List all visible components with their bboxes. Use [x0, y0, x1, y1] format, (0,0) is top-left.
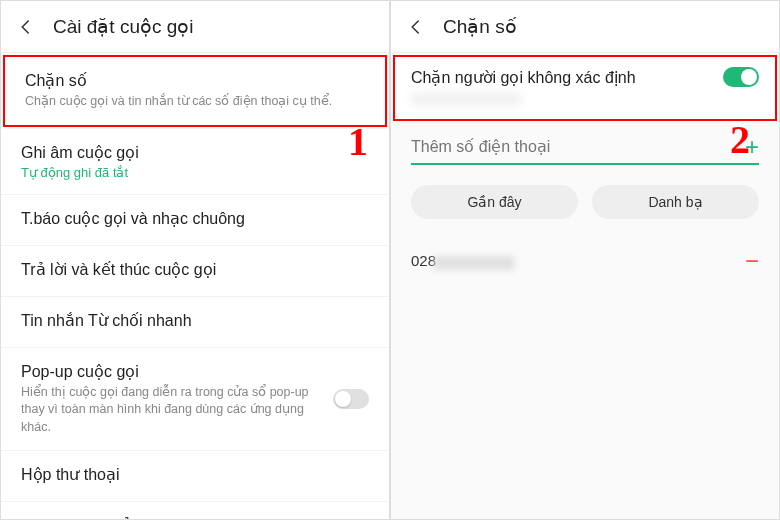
item-title: Hộp thư thoại: [21, 465, 369, 484]
record-calls-item[interactable]: Ghi âm cuộc gọi Tự động ghi đã tắt: [1, 129, 389, 195]
back-icon[interactable]: [407, 18, 425, 36]
blocked-number: 028: [411, 252, 514, 269]
page-title: Chặn số: [443, 15, 517, 38]
item-subtitle: Hiển thị cuộc gọi đang diễn ra trong cửa…: [21, 384, 323, 437]
header-left: Cài đặt cuộc gọi: [1, 1, 389, 53]
add-number-input[interactable]: [411, 138, 735, 156]
item-subtitle: Chặn cuộc gọi và tin nhắn từ các số điện…: [25, 93, 365, 111]
blur-text: [411, 93, 521, 105]
call-settings-screen: Cài đặt cuộc gọi Chặn số Chặn cuộc gọi v…: [0, 0, 390, 520]
item-title: Tin nhắn Từ chối nhanh: [21, 311, 369, 330]
page-title: Cài đặt cuộc gọi: [53, 15, 194, 38]
settings-list: Chặn số Chặn cuộc gọi và tin nhắn từ các…: [1, 53, 389, 519]
recent-button[interactable]: Gần đây: [411, 185, 578, 219]
number-prefix: 028: [411, 252, 436, 269]
step-marker-1: 1: [348, 118, 368, 165]
supplementary-item[interactable]: Các dịch vụ bổ sung: [1, 502, 389, 519]
popup-toggle[interactable]: [333, 389, 369, 409]
toggle-label: Chặn người gọi không xác định: [411, 68, 636, 87]
add-number-row: +: [391, 123, 779, 163]
item-title: Pop-up cuộc gọi: [21, 362, 323, 381]
step-marker-2: 2: [730, 116, 750, 163]
blocked-number-row[interactable]: 028 −: [391, 235, 779, 287]
voicemail-item[interactable]: Hộp thư thoại: [1, 451, 389, 502]
item-title: Trả lời và kết thúc cuộc gọi: [21, 260, 369, 279]
remove-icon[interactable]: −: [745, 247, 759, 275]
number-blurred: [434, 256, 514, 270]
call-alerts-item[interactable]: T.báo cuộc gọi và nhạc chuông: [1, 195, 389, 246]
item-title: T.báo cuộc gọi và nhạc chuông: [21, 209, 369, 228]
popup-call-item[interactable]: Pop-up cuộc gọi Hiển thị cuộc gọi đang d…: [1, 348, 389, 452]
input-underline: [411, 163, 759, 165]
item-subtitle: Tự động ghi đã tắt: [21, 165, 369, 180]
back-icon[interactable]: [17, 18, 35, 36]
quick-reject-item[interactable]: Tin nhắn Từ chối nhanh: [1, 297, 389, 348]
block-unknown-toggle[interactable]: [723, 67, 759, 87]
item-title: Chặn số: [25, 71, 365, 90]
contacts-button[interactable]: Danh bạ: [592, 185, 759, 219]
block-numbers-item[interactable]: Chặn số Chặn cuộc gọi và tin nhắn từ các…: [3, 55, 387, 127]
block-unknown-item[interactable]: Chặn người gọi không xác định: [393, 55, 777, 121]
item-title: Các dịch vụ bổ sung: [21, 516, 369, 519]
answer-end-item[interactable]: Trả lời và kết thúc cuộc gọi: [1, 246, 389, 297]
header-right: Chặn số: [391, 1, 779, 53]
item-title: Ghi âm cuộc gọi: [21, 143, 369, 162]
button-row: Gần đây Danh bạ: [391, 177, 779, 235]
block-numbers-screen: Chặn số Chặn người gọi không xác định + …: [390, 0, 780, 520]
